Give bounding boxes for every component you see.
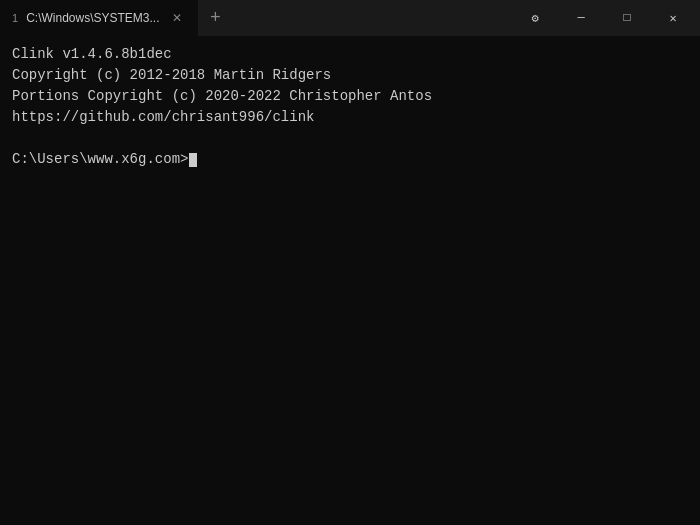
prompt-text: C:\Users\www.x6g.com> — [12, 149, 188, 170]
cursor — [189, 153, 197, 167]
prompt-line: C:\Users\www.x6g.com> — [12, 149, 688, 170]
output-line-2: Copyright (c) 2012-2018 Martin Ridgers — [12, 65, 688, 86]
plus-icon: + — [210, 8, 221, 28]
terminal-body[interactable]: Clink v1.4.6.8b1dec Copyright (c) 2012-2… — [0, 36, 700, 525]
output-line-3: Portions Copyright (c) 2020-2022 Christo… — [12, 86, 688, 107]
output-line-1: Clink v1.4.6.8b1dec — [12, 44, 688, 65]
terminal-tab[interactable]: 1 C:\Windows\SYSTEM3... ✕ — [0, 0, 198, 36]
output-line-4: https://github.com/chrisant996/clink — [12, 107, 688, 128]
minimize-button[interactable]: ─ — [558, 0, 604, 36]
tab-area: 1 C:\Windows\SYSTEM3... ✕ + — [0, 0, 512, 36]
terminal-window: 1 C:\Windows\SYSTEM3... ✕ + ⚙ ─ □ ✕ Cl — [0, 0, 700, 525]
empty-line — [12, 128, 688, 149]
window-controls: ⚙ ─ □ ✕ — [512, 0, 700, 36]
close-icon: ✕ — [669, 11, 676, 26]
tab-close-button[interactable]: ✕ — [168, 9, 186, 27]
settings-button[interactable]: ⚙ — [512, 0, 558, 36]
titlebar: 1 C:\Windows\SYSTEM3... ✕ + ⚙ ─ □ ✕ — [0, 0, 700, 36]
tab-title: C:\Windows\SYSTEM3... — [26, 11, 159, 25]
close-button[interactable]: ✕ — [650, 0, 696, 36]
gear-icon: ⚙ — [531, 11, 538, 26]
maximize-icon: □ — [623, 11, 630, 25]
new-tab-button[interactable]: + — [198, 0, 234, 36]
tab-number: 1 — [12, 12, 18, 24]
maximize-button[interactable]: □ — [604, 0, 650, 36]
minimize-icon: ─ — [577, 11, 584, 25]
